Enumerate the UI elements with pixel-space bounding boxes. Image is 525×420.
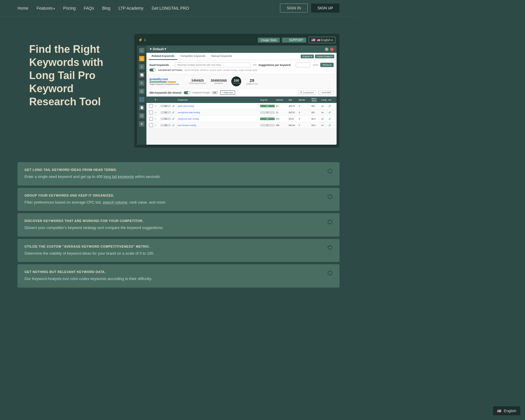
seed-section: Seed Keywords 0/5 Suggestions per keywor…: [146, 60, 337, 74]
row2-star[interactable]: ☆: [155, 111, 159, 114]
sidebar-icon-user[interactable]: 👤: [139, 97, 144, 102]
customize-button[interactable]: ☰ Customize: [298, 90, 316, 95]
row1-star[interactable]: ☆: [155, 105, 159, 107]
domain-section: godaddy.com Target Keyword Competitivene…: [146, 74, 337, 89]
advanced-toggle[interactable]: [149, 69, 156, 71]
feature-panel-1: GET LONG TAIL KEYWORD IDEAS FROM HEAD TE…: [18, 162, 340, 186]
trust-flow-label: Trust Flow: [232, 82, 241, 84]
col-words: Words: [299, 99, 310, 101]
row3-loc: 🔗: [328, 118, 334, 120]
seed-label: Seed Keywords: [149, 64, 173, 66]
nav-features[interactable]: Features: [36, 6, 55, 10]
row2-icon: 🔗: [172, 111, 177, 114]
sign-up-button[interactable]: SIGN UP: [311, 4, 340, 13]
feature-1-collapse[interactable]: −: [327, 168, 332, 174]
nav-get-longtail[interactable]: Get LONGTAIL PRO: [152, 6, 189, 10]
progress-bar-green: [149, 81, 167, 83]
row2-loc: 🔗: [328, 111, 334, 114]
keyword-groups-value[interactable]: All: [212, 91, 218, 94]
feature-3-desc: Dissect your competitor's keyword strate…: [24, 225, 332, 231]
table-row: ☆ 90 🔗 siteground web hosting 90 140 $5.…: [146, 116, 337, 122]
keyword-groups-label: Keyword Groups:: [192, 91, 211, 94]
navbar: Home Features Pricing FAQs Blog LTP Acad…: [0, 0, 357, 16]
row1-badge: 90: [160, 105, 171, 107]
row1-checkbox[interactable]: [149, 104, 153, 108]
nav-blog[interactable]: Blog: [102, 6, 110, 10]
col-star: ★: [155, 99, 159, 101]
nav-ltp-academy[interactable]: LTP Academy: [118, 6, 144, 10]
row1-keyword[interactable]: gator web hosting: [178, 105, 259, 107]
feature-1-desc: Enter a single seed keyword and get up t…: [24, 174, 332, 180]
close-icon[interactable]: [330, 48, 334, 51]
language-selector[interactable]: 🇺🇸 🇺🇸 English ▾: [309, 37, 335, 43]
export-button[interactable]: ↑ EXPORT: [318, 90, 334, 95]
row4-loc: 🔗: [328, 124, 334, 127]
row4-icon: 🔗: [172, 124, 177, 127]
app-frame: ⌂ Q ≡ 📈 ✎ ◎ 👤 📄 ⓘ ⚙ ✦ Default ▾: [137, 46, 337, 145]
row3-keyword[interactable]: siteground web hosting: [178, 118, 259, 120]
keywords-toggle[interactable]: [184, 91, 190, 94]
row2-checkbox[interactable]: [149, 111, 153, 114]
tab-manual-keywords[interactable]: Manual Keywords: [208, 53, 235, 60]
sidebar-icon-list[interactable]: ≡: [139, 64, 144, 69]
feature-panel-3: DISCOVER KEYWORDS THAT ARE WORKING FOR Y…: [18, 213, 340, 237]
sidebar-icon-target[interactable]: ◎: [139, 89, 144, 94]
row2-long: en: [321, 111, 327, 113]
feature-2-header: GROUP YOUR KEYWORDS AND KEEP IT ORGANIZE…: [24, 194, 332, 200]
seed-input[interactable]: [175, 62, 251, 67]
domain-name[interactable]: godaddy.com: [149, 78, 184, 81]
row2-words: 3: [299, 111, 310, 113]
row4-long: en: [321, 124, 327, 126]
keywords-count: 369 Keywords (50 shown): [149, 91, 181, 94]
nav-home[interactable]: Home: [18, 6, 28, 10]
edit-icon[interactable]: [325, 48, 328, 51]
sidebar-icon-chart[interactable]: 📈: [139, 72, 144, 78]
app-header-bar: ✦ Default ▾: [146, 46, 337, 53]
row3-checkbox[interactable]: [149, 117, 153, 121]
row3-icon: 🔗: [172, 118, 177, 120]
feature-3-collapse[interactable]: −: [327, 219, 332, 225]
sidebar-icon-edit[interactable]: ✎: [139, 80, 144, 86]
feature-panel-2: GROUP YOUR KEYWORDS AND KEEP IT ORGANIZE…: [18, 188, 340, 211]
country-select[interactable]: United States ▾: [315, 55, 334, 58]
referring-domains-stat: 3494925 Referring Domains: [189, 79, 206, 84]
row3-star[interactable]: ☆: [155, 118, 159, 120]
feature-4-collapse[interactable]: −: [327, 245, 332, 250]
app-screenshot: ⚡ ℹ Usage Stats 🎧 SUPPORT 🇺🇸 🇺🇸 English …: [134, 34, 340, 148]
suggestions-input[interactable]: 200: [296, 62, 310, 67]
advanced-label: ADVANCED OPTIONS: [158, 69, 182, 71]
sidebar-icon-file[interactable]: 📄: [139, 105, 144, 110]
sidebar-icon-info2[interactable]: ⓘ: [139, 113, 144, 118]
backlinks-stat: 304993068 Backlinks: [211, 79, 227, 84]
sidebar-icon-home[interactable]: ⌂: [139, 48, 144, 53]
suggestions-label: Suggestions per keyword: [258, 64, 293, 66]
trust-flow-value: 100: [234, 79, 239, 82]
row1-volume: 10: [276, 105, 288, 107]
row4-star[interactable]: ☆: [155, 124, 159, 127]
row4-keyword[interactable]: web domain hosting: [178, 124, 259, 126]
support-button[interactable]: 🎧 SUPPORT: [282, 38, 306, 43]
row4-checkbox[interactable]: [149, 123, 153, 127]
col-volume: Volume: [276, 99, 288, 101]
seed-input-row: Seed Keywords 0/5 Suggestions per keywor…: [149, 62, 334, 67]
tab-related-keywords[interactable]: Related Keywords: [149, 53, 177, 60]
sidebar-icon-search[interactable]: Q: [139, 56, 144, 61]
english-select[interactable]: English ▾: [301, 55, 314, 58]
sign-in-button[interactable]: SIGN IN: [280, 4, 307, 13]
row4-words: 3: [299, 124, 310, 126]
tab-competitor-keywords[interactable]: Competitor Keywords: [177, 53, 208, 60]
col-keywords: Keywords: [178, 99, 259, 101]
usage-stats-button[interactable]: Usage Stats: [258, 38, 279, 43]
nav-actions: SIGN IN SIGN UP: [280, 4, 340, 13]
app-icon-speed: ⚡: [138, 38, 143, 42]
add-new-button[interactable]: + Add new: [220, 90, 235, 95]
sidebar-icon-settings[interactable]: ⚙: [139, 121, 144, 127]
nav-faqs[interactable]: FAQs: [84, 6, 94, 10]
retrieve-button[interactable]: Retrieve: [320, 63, 334, 67]
nav-pricing[interactable]: Pricing: [63, 6, 76, 10]
feature-5-collapse[interactable]: −: [327, 270, 332, 276]
features-section: GET LONG TAIL KEYWORD IDEAS FROM HEAD TE…: [0, 159, 357, 299]
row2-keyword[interactable]: anonymous web hosting: [178, 111, 259, 113]
row3-rankval: $2.0: [312, 118, 320, 120]
feature-2-collapse[interactable]: −: [327, 194, 332, 199]
